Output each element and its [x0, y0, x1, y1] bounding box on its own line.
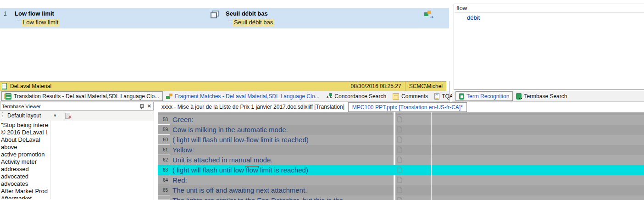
segment-target-cell[interactable] [431, 115, 644, 125]
document-structure-icon [397, 187, 402, 193]
close-icon[interactable]: ✕ [147, 104, 151, 109]
table-row[interactable]: 65 The unit is off and awaiting next att… [158, 185, 644, 195]
panel-tab-label: Translation Results - DeLaval Material,S… [14, 93, 159, 100]
table-row[interactable]: 63 ( light will flash until low flow lim… [158, 165, 644, 175]
segment-number: 65 [158, 185, 170, 195]
table-row[interactable]: 64 Red: [158, 175, 644, 185]
tm-user: SCMC\Michel [405, 83, 446, 89]
segment-target-cell[interactable] [431, 125, 644, 135]
termbase-word[interactable]: advocates [0, 180, 50, 188]
termbase-viewer-title: Termbase Viewer [2, 104, 136, 109]
table-row[interactable]: The lights are similar to the Eco-Detach… [158, 195, 644, 200]
table-row[interactable]: 62 Unit is attached in manual mode. [158, 155, 644, 165]
segment-status-cell [395, 195, 431, 200]
termbase-word[interactable]: addressed [0, 166, 50, 173]
tm-status-bar: DeLaval Material 08/30/2016 08:25:27 SCM… [0, 81, 446, 91]
table-row[interactable]: 58 Green: [158, 115, 644, 125]
panel-tab[interactable]: Termbase Search [513, 91, 570, 101]
document-tab-label: xxxx - Mise à jour de la Liste de Prix 1… [161, 104, 344, 110]
termbase-viewer-panel: Termbase Viewer ✕ Default layout ▼ "Stop… [0, 102, 154, 200]
tm-match-number: 1 [4, 11, 7, 17]
document-structure-icon [397, 167, 402, 173]
delete-entry-icon[interactable] [65, 112, 72, 119]
segment-target-cell[interactable] [431, 155, 644, 165]
termbase-word[interactable]: above [0, 144, 50, 151]
termbase-word[interactable]: "Stop being intere [0, 122, 50, 129]
panel-tab[interactable]: Concordance Search [322, 91, 389, 101]
document-tab[interactable]: MPC100 PPT.pptx [Translation en-US-fr-CA… [348, 102, 467, 112]
segment-grid: 58 Green: 59 Cow is milking in the autom… [158, 112, 644, 200]
panel-tab[interactable]: Term Recognition [455, 91, 513, 101]
termbase-viewer-toolbar: Default layout ▼ [0, 111, 154, 121]
tree-connector [17, 16, 22, 21]
termbase-word[interactable]: Activity meter [0, 158, 50, 166]
document-tab-label: MPC100 PPT.pptx [Translation en-US-fr-CA… [352, 104, 463, 111]
segment-target-cell[interactable] [431, 185, 644, 195]
term-translation[interactable]: débit [454, 14, 644, 21]
toolbar-grip[interactable] [2, 112, 3, 119]
segment-number: 59 [158, 125, 170, 135]
segment-number: 60 [158, 135, 170, 145]
table-row[interactable]: 60 ( light will flash until low-flow lim… [158, 135, 644, 145]
segment-target-cell[interactable] [431, 195, 644, 200]
segment-target-cell[interactable] [431, 165, 644, 175]
segment-source-text[interactable]: The unit is off and awaiting next attach… [170, 185, 394, 195]
termbase-word[interactable]: After Market Prod [0, 188, 50, 195]
recognized-term[interactable]: flow [454, 4, 644, 13]
segment-source-text[interactable]: Cow is milking in the automatic mode. [170, 125, 394, 135]
segment-source-text[interactable]: Green: [170, 115, 394, 125]
tm-source-match-highlight: Low flow limit [22, 19, 59, 26]
document-tab[interactable]: xxxx - Mise à jour de la Liste de Prix 1… [158, 102, 348, 111]
translation-results-icon [5, 93, 11, 100]
segment-status-cell [395, 175, 431, 185]
segment-status-cell [395, 135, 431, 145]
termbase-word[interactable]: About DeLaval [0, 136, 50, 144]
segment-number: 63 [158, 165, 170, 175]
termbase-word[interactable]: Aftermarket [0, 195, 50, 199]
segment-source-text[interactable]: The lights are similar to the Eco-Detach… [170, 195, 394, 200]
termbase-word[interactable]: active promotion [0, 151, 50, 158]
pin-icon[interactable] [139, 104, 144, 109]
segment-target-cell[interactable] [431, 175, 644, 185]
segment-source-text[interactable]: ( light will flash until low flow limit … [170, 165, 394, 175]
termbase-word[interactable]: © 2016 DeLaval I [0, 129, 50, 136]
document-structure-icon [397, 156, 402, 163]
apply-translation-icon[interactable]: ➔ [424, 10, 433, 18]
layout-select[interactable]: Default layout ▼ [6, 112, 58, 119]
table-row[interactable]: 59 Cow is milking in the automatic mode. [158, 125, 644, 135]
table-row[interactable]: 61 Yellow: [158, 145, 644, 155]
panel-tab[interactable]: Translation Results - DeLaval Material,S… [1, 91, 163, 101]
segment-status-cell [395, 165, 431, 175]
termbase-word-list: "Stop being intere© 2016 DeLaval IAbout … [0, 121, 50, 199]
panel-tab[interactable]: Comments [389, 91, 431, 101]
tm-target-match-highlight: Seuil débit bas [233, 19, 274, 26]
layout-select-value: Default layout [7, 112, 41, 119]
panel-tab-label: Fragment Matches - DeLaval Material,SDL … [175, 93, 319, 100]
segment-number: 64 [158, 175, 170, 185]
segment-number [158, 195, 170, 200]
term-recognition-panel: flow débit [454, 4, 644, 90]
segment-number: 58 [158, 115, 170, 125]
document-structure-icon [397, 126, 402, 133]
termbase-viewer-body: "Stop being intere© 2016 DeLaval IAbout … [0, 121, 154, 199]
segment-target-cell[interactable] [431, 135, 644, 145]
trados-studio-window: 1 Low flow limit Low flow limit Seuil dé… [0, 0, 644, 200]
panel-tab-label: Concordance Search [334, 93, 386, 100]
chevron-down-icon: ▼ [53, 113, 57, 118]
panel-tab-label: Term Recognition [466, 93, 509, 100]
termbase-entry-detail [50, 121, 154, 199]
segment-source-text[interactable]: Red: [170, 175, 394, 185]
document-structure-icon [397, 146, 402, 153]
segment-status-cell [395, 125, 431, 135]
termbase-search-icon [516, 93, 522, 100]
termbase-word[interactable]: advocated [0, 173, 50, 180]
tqas-icon [434, 93, 439, 100]
tm-match-row[interactable]: 1 Low flow limit Low flow limit Seuil dé… [0, 8, 449, 28]
tm-timestamp: 08/30/2016 08:25:27 [347, 83, 405, 89]
segment-source-text[interactable]: Yellow: [170, 145, 394, 155]
recognized-term-marker: flow [246, 166, 258, 174]
segment-source-text[interactable]: ( light will flash until low-flow limit … [170, 135, 394, 145]
panel-tab[interactable]: Fragment Matches - DeLaval Material,SDL … [163, 91, 322, 101]
segment-source-text[interactable]: Unit is attached in manual mode. [170, 155, 394, 165]
segment-target-cell[interactable] [431, 145, 644, 155]
